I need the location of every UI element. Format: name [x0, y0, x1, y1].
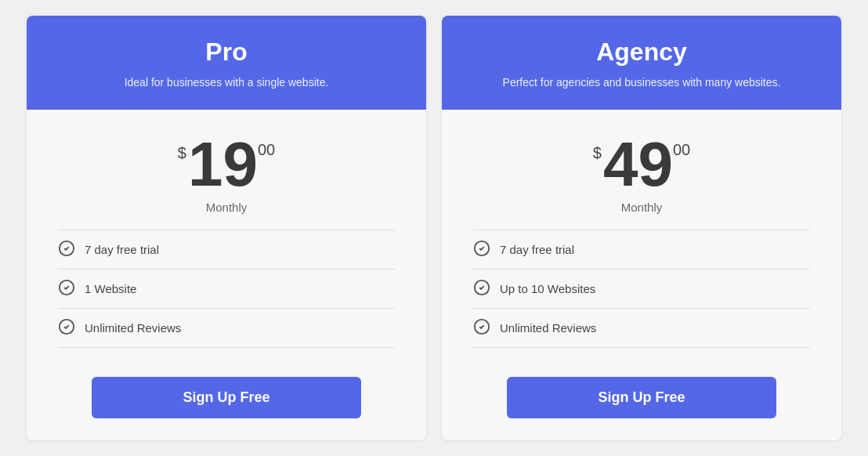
check-icon-pro-1 — [58, 279, 75, 299]
check-icon-pro-0 — [58, 240, 75, 259]
price-period-agency: Monthly — [621, 201, 663, 214]
card-subtitle-agency: Perfect for agencies and businesses with… — [465, 74, 818, 91]
feature-text-pro-1: 1 Website — [85, 282, 136, 295]
pricing-card-agency: AgencyPerfect for agencies and businesse… — [442, 16, 841, 440]
pricing-container: ProIdeal for businesses with a single we… — [0, 0, 868, 456]
card-body-pro: $1900Monthly 7 day free trial 1 Website … — [27, 110, 426, 440]
feature-text-agency-1: Up to 10 Websites — [500, 282, 595, 295]
feature-text-agency-0: 7 day free trial — [500, 243, 574, 256]
price-cents-pro: 00 — [258, 141, 275, 159]
card-header-pro: ProIdeal for businesses with a single we… — [27, 16, 426, 110]
signup-button-pro[interactable]: Sign Up Free — [92, 377, 361, 418]
features-list-agency: 7 day free trial Up to 10 Websites Unlim… — [473, 230, 810, 348]
price-main-pro: 19 — [188, 133, 258, 196]
feature-text-pro-0: 7 day free trial — [85, 243, 159, 256]
card-header-agency: AgencyPerfect for agencies and businesse… — [442, 16, 841, 110]
feature-text-pro-2: Unlimited Reviews — [85, 321, 181, 335]
feature-item-pro-0: 7 day free trial — [58, 230, 395, 270]
price-area-agency: $4900 — [593, 133, 690, 196]
feature-item-pro-2: Unlimited Reviews — [58, 309, 395, 348]
check-icon-agency-1 — [473, 279, 490, 299]
feature-item-agency-1: Up to 10 Websites — [473, 270, 810, 309]
signup-button-agency[interactable]: Sign Up Free — [507, 377, 776, 418]
feature-item-agency-2: Unlimited Reviews — [473, 309, 810, 348]
check-icon-agency-2 — [473, 318, 490, 338]
feature-item-pro-1: 1 Website — [58, 270, 395, 309]
feature-text-agency-2: Unlimited Reviews — [500, 321, 596, 335]
price-cents-agency: 00 — [673, 141, 690, 159]
card-title-pro: Pro — [50, 38, 403, 67]
check-icon-agency-0 — [473, 240, 490, 259]
features-list-pro: 7 day free trial 1 Website Unlimited Rev… — [58, 230, 395, 348]
price-area-pro: $1900 — [178, 133, 275, 196]
price-dollar-pro: $ — [178, 144, 186, 162]
pricing-card-pro: ProIdeal for businesses with a single we… — [27, 16, 426, 440]
price-main-agency: 49 — [603, 133, 673, 196]
price-dollar-agency: $ — [593, 144, 602, 162]
price-period-pro: Monthly — [206, 201, 248, 214]
card-body-agency: $4900Monthly 7 day free trial Up to 10 W… — [442, 110, 841, 440]
check-icon-pro-2 — [58, 318, 75, 338]
card-title-agency: Agency — [465, 38, 818, 67]
feature-item-agency-0: 7 day free trial — [473, 230, 810, 270]
card-subtitle-pro: Ideal for businesses with a single websi… — [50, 74, 403, 91]
